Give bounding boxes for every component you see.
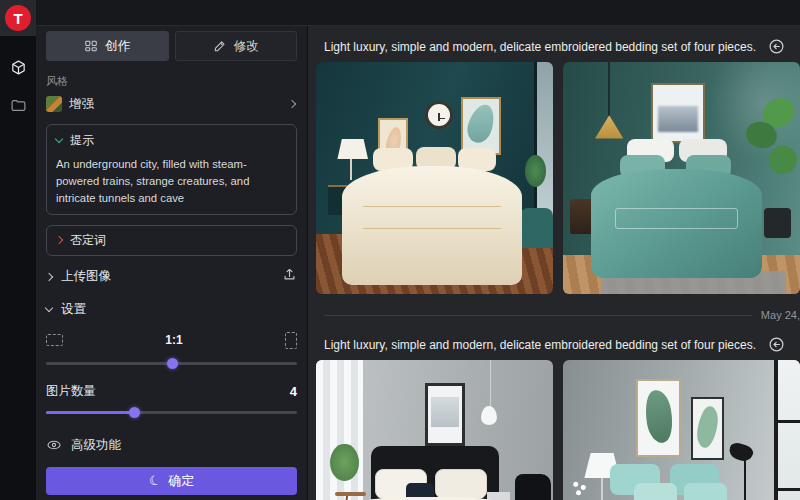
- image-count-value: 4: [290, 384, 297, 399]
- settings-row[interactable]: 设置: [46, 300, 297, 320]
- date-divider: May 24,: [324, 307, 800, 323]
- aspect-ratio-value: 1:1: [63, 333, 285, 347]
- top-bar: [36, 0, 800, 26]
- upload-label: 上传图像: [61, 268, 273, 285]
- chevron-down-icon: [55, 135, 63, 143]
- tab-modify-label: 修改: [234, 38, 259, 55]
- generated-image-4[interactable]: [563, 360, 800, 500]
- aspect-ratio-slider[interactable]: [46, 358, 297, 368]
- landscape-ratio-icon[interactable]: [46, 334, 63, 346]
- negative-label: 否定词: [70, 232, 106, 249]
- scene-pillow: [435, 469, 487, 499]
- control-panel: 创作 修改 风格 增强 提示 An underground city, fill…: [36, 0, 308, 500]
- image-count-slider[interactable]: [46, 407, 297, 417]
- chevron-down-icon: [45, 304, 53, 312]
- scene-window-bar: [774, 420, 800, 423]
- divider-line: [324, 315, 752, 316]
- scene-plant-pot: [764, 208, 790, 238]
- chevron-right-icon: [45, 273, 53, 281]
- scene-lamp-cord: [608, 62, 610, 118]
- tab-modify[interactable]: 修改: [175, 31, 298, 61]
- date-label: May 24,: [761, 309, 800, 321]
- scene-lamp: [601, 478, 603, 500]
- slider-thumb[interactable]: [167, 358, 178, 369]
- reuse-prompt-button[interactable]: [768, 336, 785, 353]
- avatar-tile[interactable]: T: [0, 0, 36, 36]
- sidebar-item-workspace[interactable]: [0, 50, 36, 84]
- settings-label: 设置: [61, 301, 297, 318]
- eye-icon: [46, 437, 62, 453]
- scene-pendant-lamp: [481, 406, 497, 425]
- confirm-button[interactable]: ☾ 确定: [46, 467, 297, 495]
- slider-thumb[interactable]: [129, 407, 140, 418]
- chevron-right-icon: [55, 236, 63, 244]
- scene-window: [534, 62, 553, 229]
- cube-icon: [10, 59, 27, 76]
- image-count-label: 图片数量: [46, 383, 290, 400]
- scene-embroidery-band: [363, 206, 500, 229]
- upload-icon: [282, 267, 297, 282]
- result-prompt-text: Light luxury, simple and modern, delicat…: [324, 40, 756, 54]
- folder-icon: [10, 97, 27, 114]
- generated-image-2[interactable]: [563, 62, 800, 294]
- scene-lamp: [337, 139, 368, 160]
- upload-row[interactable]: 上传图像: [46, 267, 297, 287]
- image-count-row: 图片数量 4: [46, 383, 297, 400]
- prompt-box[interactable]: 提示 An underground city, filled with stea…: [46, 124, 297, 215]
- arrow-left-circle-icon: [768, 336, 785, 353]
- prompt-label: 提示: [70, 132, 94, 149]
- upload-button[interactable]: [282, 267, 297, 286]
- grid-icon: [84, 39, 98, 53]
- gallery-feed: Light luxury, simple and modern, delicat…: [308, 27, 800, 500]
- scene-window: [774, 360, 800, 500]
- style-value: 增强: [69, 96, 282, 113]
- scene-pillow: [634, 483, 677, 500]
- style-selector[interactable]: 增强: [46, 94, 297, 114]
- result-prompt-row: Light luxury, simple and modern, delicat…: [316, 323, 800, 360]
- crescent-moon-icon: ☾: [147, 472, 163, 490]
- generated-image-1[interactable]: [316, 62, 553, 294]
- result-image-row: [316, 62, 800, 294]
- advanced-features-label: 高级功能: [71, 437, 121, 454]
- mode-tabs: 创作 修改: [46, 31, 297, 61]
- scene-clock-hand: [439, 118, 445, 120]
- advanced-features-row[interactable]: 高级功能: [46, 437, 297, 454]
- negative-header[interactable]: 否定词: [56, 232, 287, 249]
- scene-chair: [515, 474, 551, 500]
- avatar[interactable]: T: [5, 5, 31, 31]
- scene-flowers: [570, 478, 589, 499]
- style-thumbnail-icon: [46, 96, 62, 112]
- result-prompt-text: Light luxury, simple and modern, delicat…: [324, 338, 756, 352]
- scene-pillow: [684, 483, 727, 500]
- scene-lamp: [350, 159, 352, 180]
- chevron-right-icon: [288, 100, 296, 108]
- prompt-input[interactable]: An underground city, filled with steam-p…: [56, 156, 287, 207]
- prompt-header[interactable]: 提示: [56, 132, 287, 149]
- tab-create[interactable]: 创作: [46, 31, 169, 61]
- gallery-main: Light luxury, simple and modern, delicat…: [308, 0, 800, 500]
- scene-lamp-cord: [490, 360, 491, 409]
- app-window: T 创作 修改: [0, 0, 800, 500]
- edit-icon: [213, 39, 227, 53]
- scene-stool: [335, 492, 366, 496]
- scene-embroidery-band: [615, 208, 738, 229]
- portrait-ratio-icon[interactable]: [285, 332, 297, 349]
- sidebar-item-files[interactable]: [0, 88, 36, 122]
- arrow-left-circle-icon: [768, 38, 785, 55]
- scene-plant: [525, 155, 546, 187]
- aspect-ratio-row: 1:1: [46, 332, 297, 349]
- scene-window-bar: [774, 488, 800, 491]
- result-prompt-row: Light luxury, simple and modern, delicat…: [316, 27, 800, 62]
- scene-art: [431, 397, 459, 427]
- scene-art: [658, 106, 698, 132]
- negative-box[interactable]: 否定词: [46, 225, 297, 256]
- result-image-row: [316, 360, 800, 500]
- style-section-label: 风格: [46, 74, 297, 89]
- confirm-button-label: 确定: [168, 472, 194, 490]
- nav-rail: T: [0, 0, 36, 500]
- generated-image-3[interactable]: [316, 360, 553, 500]
- reuse-prompt-button[interactable]: [768, 38, 785, 55]
- slider-fill: [46, 411, 134, 414]
- scene-chair: [520, 208, 553, 247]
- tab-create-label: 创作: [105, 38, 130, 55]
